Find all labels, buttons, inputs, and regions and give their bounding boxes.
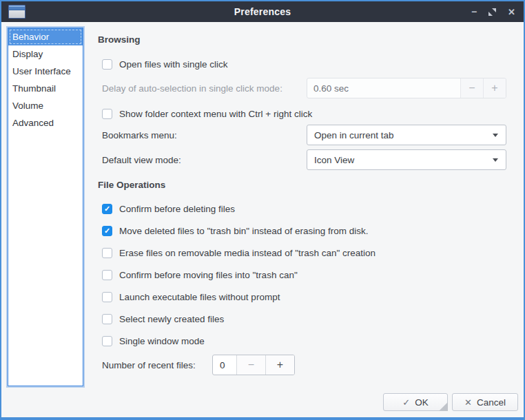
checkbox-select-new-files[interactable]: ✓ Select newly created files	[102, 312, 224, 326]
bookmarks-menu-combo[interactable]: Open in current tab	[307, 125, 506, 145]
default-view-label: Default view mode:	[102, 155, 181, 165]
checkbox-box[interactable]: ✓	[102, 336, 112, 346]
delay-label: Delay of auto-selection in single click …	[102, 83, 282, 94]
window-controls: − ✕	[471, 1, 515, 22]
checkbox-label: Launch executable files without prompt	[119, 292, 280, 302]
check-icon: ✓	[104, 205, 110, 213]
checkbox-box[interactable]: ✓	[102, 292, 112, 302]
resize-grip[interactable]	[439, 402, 448, 411]
sidebar-item-volume[interactable]: Volume	[8, 97, 83, 114]
titlebar[interactable]: Preferences − ✕	[1, 1, 524, 22]
restore-icon	[488, 8, 497, 17]
checkbox-label: Open files with single click	[119, 59, 228, 70]
checkbox-single-window[interactable]: ✓ Single window mode	[102, 334, 205, 348]
checkbox-label: Single window mode	[119, 336, 205, 346]
window-title: Preferences	[234, 6, 291, 17]
bookmarks-menu-label-row: Bookmarks menu:	[102, 128, 177, 142]
delay-label-row: Delay of auto-selection in single click …	[102, 81, 282, 95]
close-button[interactable]: ✕	[508, 8, 515, 17]
ok-button[interactable]: ✓ OK	[383, 393, 448, 411]
chevron-down-icon	[493, 134, 498, 137]
delay-value[interactable]: 0.60 sec	[307, 78, 460, 98]
checkbox-box[interactable]: ✓	[102, 314, 112, 324]
recent-files-label-row: Number of recent files:	[102, 358, 196, 372]
sidebar-item-display[interactable]: Display	[8, 45, 83, 63]
recent-files-value[interactable]: 0	[213, 355, 236, 375]
dialog-content: Behavior Display User Interface Thumbnai…	[1, 22, 524, 417]
maximize-button[interactable]	[488, 8, 497, 17]
checkbox-confirm-move-trash[interactable]: ✓ Confirm before moving files into "tras…	[102, 268, 298, 282]
checkbox-label: Confirm before deleting files	[119, 204, 235, 214]
check-icon: ✓	[402, 397, 410, 408]
category-list: Behavior Display User Interface Thumbnai…	[8, 28, 83, 386]
sidebar-item-behavior[interactable]: Behavior	[8, 28, 83, 45]
file-operations-section-header: File Operations	[98, 180, 165, 190]
ok-button-label: OK	[415, 397, 429, 408]
checkbox-box[interactable]: ✓	[102, 248, 112, 258]
default-view-label-row: Default view mode:	[102, 153, 181, 167]
browsing-section-header: Browsing	[98, 34, 141, 45]
minimize-button[interactable]: −	[471, 7, 477, 17]
checkbox-open-single-click[interactable]: ✓ Open files with single click	[102, 57, 228, 71]
recent-files-plus-button[interactable]: +	[265, 355, 294, 375]
checkbox-label: Confirm before moving files into "trash …	[119, 270, 298, 280]
checkbox-box[interactable]: ✓	[102, 270, 112, 280]
checkbox-ctrl-right-click[interactable]: ✓ Show folder context menu with Ctrl + r…	[102, 107, 312, 120]
delay-minus-button[interactable]: −	[460, 78, 483, 98]
chevron-down-icon	[493, 158, 498, 162]
checkbox-box[interactable]: ✓	[102, 109, 112, 119]
sidebar-item-advanced[interactable]: Advanced	[8, 114, 83, 132]
checkbox-label: Erase files on removable media instead o…	[119, 248, 375, 258]
checkbox-label: Show folder context menu with Ctrl + rig…	[119, 109, 312, 119]
checkbox-label: Select newly created files	[119, 314, 224, 324]
close-icon: ✕	[508, 8, 515, 17]
sidebar-item-thumbnail[interactable]: Thumbnail	[8, 80, 83, 97]
bookmarks-menu-label: Bookmarks menu:	[102, 130, 177, 140]
cancel-button-label: Cancel	[477, 397, 506, 408]
checkbox-launch-executable[interactable]: ✓ Launch executable files without prompt	[102, 290, 280, 304]
cancel-button[interactable]: ✕ Cancel	[452, 393, 518, 411]
minimize-icon: −	[471, 7, 477, 17]
sidebar-item-user-interface[interactable]: User Interface	[8, 63, 83, 80]
recent-files-spinbox: 0 − +	[212, 355, 295, 375]
behavior-page: Browsing ✓ Open files with single click …	[96, 22, 524, 417]
window-app-icon	[8, 5, 25, 19]
recent-files-label: Number of recent files:	[102, 360, 196, 370]
default-view-value: Icon View	[314, 155, 354, 165]
checkbox-box[interactable]: ✓	[102, 226, 112, 236]
default-view-combo[interactable]: Icon View	[307, 149, 506, 170]
checkbox-label: Move deleted files to "trash bin" instea…	[119, 226, 369, 236]
checkbox-move-to-trash[interactable]: ✓ Move deleted files to "trash bin" inst…	[102, 224, 369, 238]
check-icon: ✓	[104, 227, 110, 235]
bookmarks-menu-value: Open in current tab	[314, 130, 394, 140]
delay-spinbox: 0.60 sec − +	[307, 78, 506, 98]
checkbox-box[interactable]: ✓	[102, 59, 112, 70]
preferences-window: Preferences − ✕ Behavior Display User In…	[0, 0, 525, 420]
close-icon: ✕	[464, 397, 472, 408]
checkbox-box[interactable]: ✓	[102, 204, 112, 214]
recent-files-minus-button[interactable]: −	[236, 355, 265, 375]
delay-plus-button[interactable]: +	[483, 78, 506, 98]
checkbox-confirm-delete[interactable]: ✓ Confirm before deleting files	[102, 202, 235, 216]
checkbox-erase-removable[interactable]: ✓ Erase files on removable media instead…	[102, 246, 375, 260]
